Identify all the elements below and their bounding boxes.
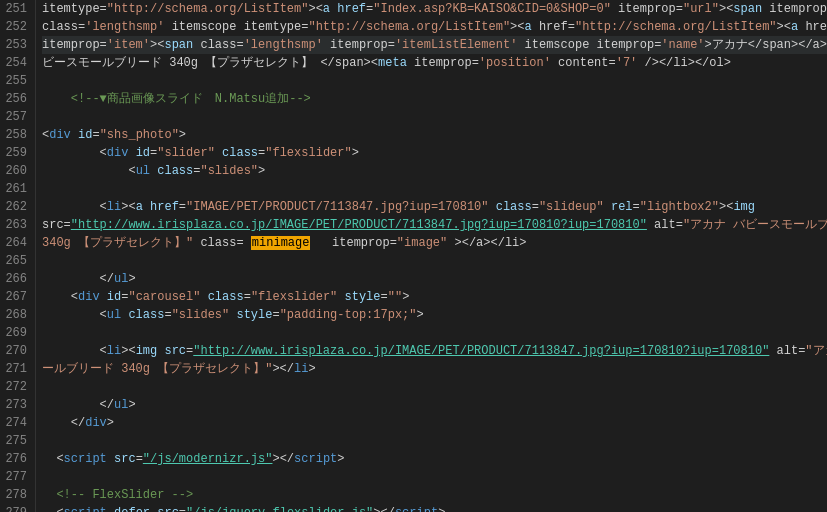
ln-266: 266: [4, 270, 27, 288]
code-line-271: ールブリード 340g 【プラザセレクト】"></li>: [42, 360, 827, 378]
ln-269: 269: [4, 324, 27, 342]
line-numbers: 251 252 253 254 255 256 257 258 259 260 …: [0, 0, 36, 512]
ln-257: 257: [4, 108, 27, 126]
ln-276: 276: [4, 450, 27, 468]
code-line-268: <ul class="slides" style="padding-top:17…: [42, 306, 827, 324]
code-line-278: <!-- FlexSlider -->: [42, 486, 827, 504]
ln-260: 260: [4, 162, 27, 180]
editor-container: 251 252 253 254 255 256 257 258 259 260 …: [0, 0, 827, 512]
ln-278: 278: [4, 486, 27, 504]
ln-255: 255: [4, 72, 27, 90]
code-line-253: itemprop='item'><span class='lengthsmp' …: [42, 36, 827, 54]
code-line-277: [42, 468, 827, 486]
code-line-272: [42, 378, 827, 396]
code-line-264: 340g 【プラザセレクト】" class= minimage itemprop…: [42, 234, 827, 252]
code-line-261: [42, 180, 827, 198]
ln-270: 270: [4, 342, 27, 360]
code-line-258: <div id="shs_photo">: [42, 126, 827, 144]
code-line-262: <li><a href="IMAGE/PET/PRODUCT/7113847.j…: [42, 198, 827, 216]
ln-259: 259: [4, 144, 27, 162]
ln-253: 253: [4, 36, 27, 54]
ln-263: 263: [4, 216, 27, 234]
code-line-267: <div id="carousel" class="flexslider" st…: [42, 288, 827, 306]
code-line-251: itemtype="http://schema.org/ListItem"><a…: [42, 0, 827, 18]
code-content[interactable]: itemtype="http://schema.org/ListItem"><a…: [36, 0, 827, 512]
ln-271: 271: [4, 360, 27, 378]
code-line-275: [42, 432, 827, 450]
ln-273: 273: [4, 396, 27, 414]
ln-272: 272: [4, 378, 27, 396]
code-line-265: [42, 252, 827, 270]
code-line-255: [42, 72, 827, 90]
code-line-269: [42, 324, 827, 342]
ln-256: 256: [4, 90, 27, 108]
ln-261: 261: [4, 180, 27, 198]
code-line-270: <li><img src="http://www.irisplaza.co.jp…: [42, 342, 827, 360]
ln-258: 258: [4, 126, 27, 144]
ln-277: 277: [4, 468, 27, 486]
ln-252: 252: [4, 18, 27, 36]
code-line-273: </ul>: [42, 396, 827, 414]
ln-254: 254: [4, 54, 27, 72]
code-area: 251 252 253 254 255 256 257 258 259 260 …: [0, 0, 827, 512]
ln-279: 279: [4, 504, 27, 512]
ln-262: 262: [4, 198, 27, 216]
code-line-266: </ul>: [42, 270, 827, 288]
ln-265: 265: [4, 252, 27, 270]
code-line-259: <div id="slider" class="flexslider">: [42, 144, 827, 162]
code-line-260: <ul class="slides">: [42, 162, 827, 180]
ln-264: 264: [4, 234, 27, 252]
ln-275: 275: [4, 432, 27, 450]
code-line-252: class='lengthsmp' itemscope itemtype="ht…: [42, 18, 827, 36]
ln-268: 268: [4, 306, 27, 324]
code-line-254: ビースモールブリード 340g 【プラザセレクト】 </span><meta i…: [42, 54, 827, 72]
code-line-274: </div>: [42, 414, 827, 432]
ln-251: 251: [4, 0, 27, 18]
ln-274: 274: [4, 414, 27, 432]
code-line-256: <!--▼商品画像スライド N.Matsu追加-->: [42, 90, 827, 108]
ln-267: 267: [4, 288, 27, 306]
code-line-257: [42, 108, 827, 126]
code-line-279: <script defer src="/js/jquery.flexslider…: [42, 504, 827, 512]
code-line-263: src="http://www.irisplaza.co.jp/IMAGE/PE…: [42, 216, 827, 234]
code-line-276: <script src="/js/modernizr.js"></script>: [42, 450, 827, 468]
